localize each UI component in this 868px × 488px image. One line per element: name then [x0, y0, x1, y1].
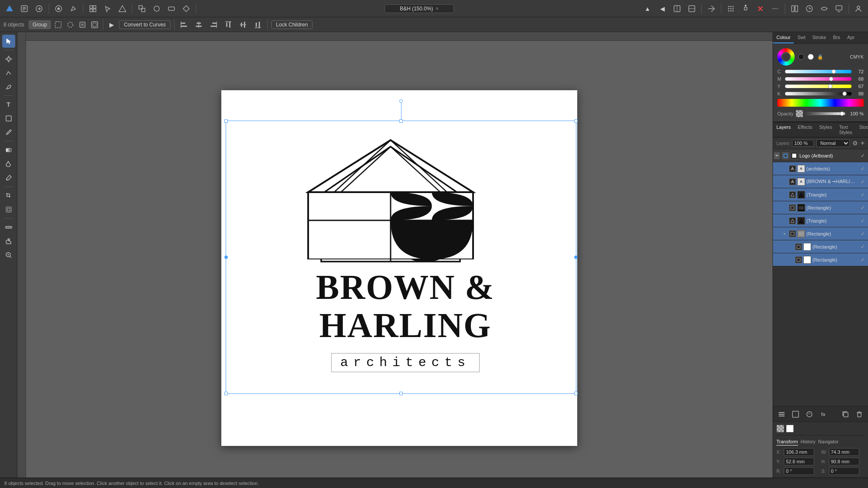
layer-item-architects[interactable]: A (architects) ✓	[773, 162, 868, 175]
layer-item-rect-1[interactable]: (Rectangle) ✓	[773, 201, 868, 214]
select-tool[interactable]	[2, 35, 15, 48]
y-thumb[interactable]	[828, 84, 832, 88]
node-icon[interactable]	[740, 3, 752, 15]
right-icon-1[interactable]	[705, 3, 717, 15]
layers-opacity-input[interactable]	[792, 140, 814, 147]
lock-children-button[interactable]: Lock Children	[271, 20, 312, 29]
arrange-icon-4[interactable]	[180, 3, 192, 15]
shape-tool[interactable]	[2, 112, 15, 125]
layer-check-brown[interactable]: ✓	[859, 178, 866, 185]
pencil-tool[interactable]	[2, 126, 15, 139]
studio-icon-4[interactable]	[833, 3, 845, 15]
opacity-thumb[interactable]	[840, 111, 844, 116]
y-input[interactable]	[784, 458, 814, 465]
tab-stroke[interactable]: Stroke	[809, 32, 830, 43]
select-icon[interactable]	[102, 3, 114, 15]
pen-icon[interactable]	[67, 3, 79, 15]
group-button[interactable]: Group	[29, 20, 51, 29]
arrange-icon-3[interactable]	[165, 3, 178, 15]
transform-icon[interactable]	[78, 20, 87, 29]
hand-tool[interactable]	[2, 235, 15, 248]
studio-icon-2[interactable]	[803, 3, 815, 15]
layer-check-tri1[interactable]: ✓	[859, 191, 866, 198]
select-all-icon[interactable]	[53, 20, 63, 29]
tab-styles[interactable]: Styles	[815, 122, 835, 137]
text-tool[interactable]: T	[2, 98, 15, 111]
artboard-collapse-icon[interactable]	[774, 152, 780, 159]
transform-tab-transform[interactable]: Transform	[776, 438, 798, 445]
layer-vis-rect1[interactable]	[789, 204, 796, 211]
layer-vis-architects[interactable]	[789, 165, 796, 172]
gradient-tool[interactable]	[2, 144, 15, 157]
layer-check-rw1[interactable]: ✓	[859, 243, 866, 250]
nav-icon-1[interactable]: ▲	[641, 3, 654, 15]
layers-gear-icon[interactable]: ⚙	[852, 140, 858, 147]
c-thumb[interactable]	[832, 69, 836, 74]
k-thumb[interactable]	[842, 92, 847, 96]
colour-gradient-bar[interactable]	[777, 99, 864, 107]
layer-vis-artboard[interactable]	[782, 152, 789, 159]
arrange-icon[interactable]	[90, 20, 99, 29]
layer-vis-tri2[interactable]	[789, 217, 796, 224]
rect-group-expand[interactable]	[782, 231, 788, 237]
convert-button[interactable]: Convert to Curves	[119, 20, 171, 29]
layers-add-icon[interactable]: +	[861, 139, 865, 147]
grid-dots-icon[interactable]	[725, 3, 737, 15]
studio-icon-3[interactable]	[818, 3, 830, 15]
layer-check-rw2[interactable]: ✓	[859, 256, 866, 263]
swatch-checker[interactable]	[776, 425, 784, 432]
layer-item-triangle-2[interactable]: (Triangle) ✓	[773, 214, 868, 227]
tab-effects[interactable]: Effects	[794, 122, 815, 137]
document-title[interactable]: B&H (150.0%) ×	[385, 4, 454, 13]
arrange-icon-2[interactable]	[151, 3, 163, 15]
layer-vis-brown[interactable]	[789, 178, 796, 185]
layer-vis-rw2[interactable]	[795, 256, 802, 263]
lock-icon[interactable]: 🔒	[817, 54, 823, 60]
play-icon[interactable]: ▶	[107, 20, 116, 29]
swatch-white-1[interactable]	[786, 425, 794, 432]
layers-delete-icon[interactable]	[854, 409, 865, 419]
cmyk-label[interactable]: CMYK	[850, 54, 864, 59]
grid-icon[interactable]	[87, 3, 99, 15]
layer-item-triangle-1[interactable]: (Triangle) ✓	[773, 188, 868, 201]
transform-tab-navigator[interactable]: Navigator	[818, 438, 838, 445]
nav-icon-3[interactable]	[671, 3, 683, 15]
nav-icon-2[interactable]: ◀	[656, 3, 668, 15]
colour-dot-2[interactable]	[808, 54, 814, 60]
layer-check-rect-group[interactable]: ✓	[859, 230, 866, 237]
layer-check-tri2[interactable]: ✓	[859, 217, 866, 224]
opacity-slider[interactable]	[806, 112, 845, 115]
layer-item-artboard[interactable]: Logo (Artboard) ✓	[773, 149, 868, 162]
x-input[interactable]	[784, 448, 814, 456]
tab-apr[interactable]: Apr	[844, 32, 858, 43]
layers-fx-icon[interactable]: fx	[818, 409, 829, 419]
transform-tool[interactable]	[2, 203, 15, 216]
layer-check-rect1[interactable]: ✓	[859, 204, 866, 211]
tab-stock[interactable]: Stock	[855, 122, 868, 137]
arrange-icon-1[interactable]	[136, 3, 148, 15]
layer-item-rect-white-2[interactable]: (Rectangle) ✓	[773, 253, 868, 266]
tab-swt[interactable]: Swt	[794, 32, 809, 43]
w-input[interactable]	[829, 448, 859, 456]
colour-wheel[interactable]	[777, 48, 795, 66]
c-slider[interactable]	[785, 70, 852, 73]
r-input[interactable]	[784, 467, 814, 475]
studio-icon-1[interactable]	[789, 3, 801, 15]
layer-item-rect-group[interactable]: (Rectangle) ✓	[773, 227, 868, 240]
tab-colour[interactable]: Colour	[773, 32, 794, 43]
align-right-icon[interactable]	[207, 19, 220, 31]
share-icon[interactable]	[33, 3, 45, 15]
eyedropper-tool[interactable]	[2, 171, 15, 184]
nav-icon-4[interactable]	[686, 3, 698, 15]
layer-item-brown-harling[interactable]: A (BROWN & ➞HARLING) ✓	[773, 175, 868, 188]
shape-icon[interactable]	[116, 3, 128, 15]
colour-dot-1[interactable]	[798, 54, 804, 60]
paint-tool[interactable]	[2, 80, 15, 93]
node-tool[interactable]	[2, 52, 15, 66]
layer-vis-tri1[interactable]	[789, 191, 796, 198]
red-icon[interactable]	[754, 3, 766, 15]
layer-check-architects[interactable]: ✓	[859, 165, 866, 172]
layer-vis-rect-group[interactable]	[789, 230, 796, 237]
m-slider[interactable]	[785, 77, 852, 81]
file-icon[interactable]	[18, 3, 30, 15]
